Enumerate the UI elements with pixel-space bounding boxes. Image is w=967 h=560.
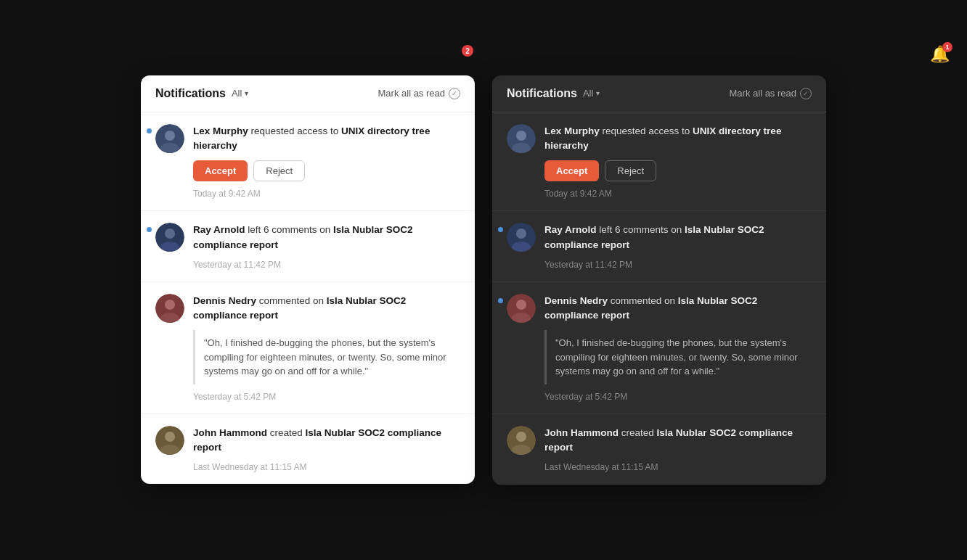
light-notif-2-content: Ray Arnold left 6 comments on Isla Nubla… <box>193 223 460 270</box>
light-notif-3-quote: "Oh, I finished de-bugging the phones, b… <box>193 330 460 384</box>
light-notif-4-time: Last Wednesday at 11:15 AM <box>193 462 460 472</box>
accept-button-1[interactable]: Accept <box>193 160 248 181</box>
dark-check-circle-icon: ✓ <box>800 88 812 99</box>
dark-notif-1-time: Today at 9:42 AM <box>544 189 812 199</box>
dark-unread-dot-2 <box>498 227 503 232</box>
dark-mark-all-button[interactable]: Mark all as read ✓ <box>730 88 812 99</box>
dark-avatar-john <box>507 426 536 455</box>
dark-chevron-down-icon: ▾ <box>596 89 600 97</box>
dark-notif-1-actions: Accept Reject <box>544 160 812 181</box>
light-panel-header: Notifications All ▾ Mark all as read ✓ <box>141 75 475 112</box>
unread-dot <box>147 128 152 133</box>
light-notif-3-content: Dennis Nedry commented on Isla Nublar SO… <box>193 294 460 402</box>
panels-container: Notifications All ▾ Mark all as read ✓ <box>141 75 826 485</box>
dark-notif-3: Dennis Nedry commented on Isla Nublar SO… <box>492 282 826 414</box>
dark-notif-2: Ray Arnold left 6 comments on Isla Nubla… <box>492 211 826 282</box>
dark-avatar-lex <box>507 124 536 153</box>
dark-filter-label: All <box>583 88 593 99</box>
dark-accept-button-1[interactable]: Accept <box>544 160 599 181</box>
light-notif-2-text: Ray Arnold left 6 comments on Isla Nubla… <box>193 223 460 252</box>
light-notif-2: Ray Arnold left 6 comments on Isla Nubla… <box>141 211 475 282</box>
avatar-lex <box>155 124 184 153</box>
svg-point-7 <box>165 300 175 310</box>
light-notif-1-user: Lex Murphy <box>193 125 248 136</box>
dark-panel-title: Notifications <box>507 87 577 100</box>
dark-notif-4-text: John Hammond created Isla Nublar SOC2 co… <box>544 426 812 456</box>
dark-notif-3-text: Dennis Nedry commented on Isla Nublar SO… <box>544 294 812 324</box>
light-filter-label: All <box>232 88 242 99</box>
light-notif-4: John Hammond created Isla Nublar SOC2 co… <box>141 414 475 485</box>
dark-avatar-dennis <box>507 294 536 323</box>
light-notif-1-content: Lex Murphy requested access to UNIX dire… <box>193 124 460 199</box>
light-panel: Notifications All ▾ Mark all as read ✓ <box>141 75 475 485</box>
reject-button-1[interactable]: Reject <box>253 160 305 181</box>
svg-point-4 <box>165 228 175 239</box>
dark-panel-header-left: Notifications All ▾ <box>507 87 600 100</box>
dark-notif-3-time: Yesterday at 5:42 PM <box>544 392 812 402</box>
light-panel-title: Notifications <box>155 87 226 100</box>
light-notif-3-text: Dennis Nedry commented on Isla Nublar SO… <box>193 294 460 324</box>
svg-point-1 <box>165 131 175 141</box>
light-notif-4-user: John Hammond <box>193 427 267 438</box>
dark-notif-2-time: Yesterday at 11:42 PM <box>544 260 812 270</box>
bell-container[interactable]: 🔔 1 <box>930 45 950 64</box>
light-notif-2-time: Yesterday at 11:42 PM <box>193 260 460 270</box>
dark-notif-1-content: Lex Murphy requested access to UNIX dire… <box>544 124 812 199</box>
chevron-down-icon: ▾ <box>245 89 248 97</box>
dark-notif-4-content: John Hammond created Isla Nublar SOC2 co… <box>544 426 812 473</box>
dark-notif-4: John Hammond created Isla Nublar SOC2 co… <box>492 414 826 485</box>
svg-point-10 <box>165 432 175 442</box>
dark-filter-dropdown[interactable]: All ▾ <box>583 88 600 99</box>
dark-notif-1-text: Lex Murphy requested access to UNIX dire… <box>544 124 812 154</box>
light-notif-4-content: John Hammond created Isla Nublar SOC2 co… <box>193 426 460 473</box>
dark-notif-2-user: Ray Arnold <box>544 224 597 235</box>
dark-notif-1-user: Lex Murphy <box>544 125 600 136</box>
unread-dot-2 <box>147 227 152 232</box>
light-notif-1-time: Today at 9:42 AM <box>193 189 460 199</box>
light-mark-all-button[interactable]: Mark all as read ✓ <box>378 88 460 99</box>
avatar-dennis <box>155 294 184 323</box>
dark-notif-2-content: Ray Arnold left 6 comments on Isla Nubla… <box>544 223 812 270</box>
light-filter-dropdown[interactable]: All ▾ <box>232 88 248 99</box>
light-notif-3-user: Dennis Nedry <box>193 295 256 306</box>
light-notif-4-text: John Hammond created Isla Nublar SOC2 co… <box>193 426 460 456</box>
light-mark-all-label: Mark all as read <box>378 88 445 99</box>
light-notif-3-time: Yesterday at 5:42 PM <box>193 392 460 402</box>
dark-avatar-ray <box>507 223 536 252</box>
light-notif-3: Dennis Nedry commented on Isla Nublar SO… <box>141 282 475 414</box>
svg-point-13 <box>516 131 526 141</box>
dark-reject-button-1[interactable]: Reject <box>605 160 656 181</box>
light-notif-1: Lex Murphy requested access to UNIX dire… <box>141 112 475 212</box>
top-badge: 2 <box>462 45 473 57</box>
svg-point-19 <box>516 300 526 310</box>
dark-notif-3-user: Dennis Nedry <box>544 295 608 306</box>
dark-notif-3-quote: "Oh, I finished de-bugging the phones, b… <box>544 330 812 384</box>
light-notif-1-text: Lex Murphy requested access to UNIX dire… <box>193 124 460 154</box>
check-circle-icon: ✓ <box>449 88 460 99</box>
dark-notif-4-time: Last Wednesday at 11:15 AM <box>544 462 812 472</box>
dark-notif-4-user: John Hammond <box>544 427 619 438</box>
svg-point-16 <box>516 228 526 239</box>
dark-notif-1: Lex Murphy requested access to UNIX dire… <box>492 112 826 212</box>
bell-badge: 1 <box>942 42 952 52</box>
dark-mark-all-label: Mark all as read <box>730 88 796 99</box>
dark-unread-dot-3 <box>498 298 503 303</box>
dark-panel-header: Notifications All ▾ Mark all as read ✓ <box>492 75 826 112</box>
dark-notif-3-content: Dennis Nedry commented on Isla Nublar SO… <box>544 294 812 402</box>
dark-panel: Notifications All ▾ Mark all as read ✓ L… <box>492 75 826 485</box>
svg-point-22 <box>516 432 526 442</box>
light-panel-header-left: Notifications All ▾ <box>155 87 248 100</box>
light-notif-1-actions: Accept Reject <box>193 160 460 181</box>
avatar-john <box>155 426 184 455</box>
avatar-ray <box>155 223 184 252</box>
light-notif-2-user: Ray Arnold <box>193 224 245 235</box>
dark-notif-2-text: Ray Arnold left 6 comments on Isla Nubla… <box>544 223 812 252</box>
